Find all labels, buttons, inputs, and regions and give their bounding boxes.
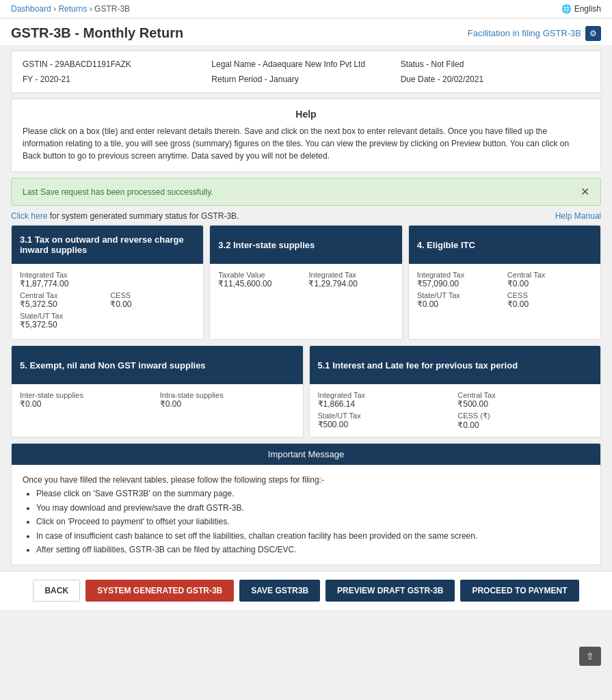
tile-5-1-body: Integrated Tax ₹1,866.14 Central Tax ₹50… (310, 384, 601, 437)
tile-3-1-central-value: ₹5,372.50 (20, 299, 105, 309)
tile-3-1-cess-label: CESS (110, 291, 195, 299)
step-1: Please click on 'Save GSTR3B' on the sum… (36, 487, 589, 500)
tile-5-intrastate-value: ₹0.00 (160, 399, 295, 409)
step-3: Click on 'Proceed to payment' to offset … (36, 515, 589, 528)
tile-5-1-state-value: ₹500.00 (318, 420, 453, 429)
important-message-box: Important Message Once you have filled t… (11, 443, 601, 565)
tile-3-2-header: 3.2 Inter-state supplies (210, 226, 401, 264)
tile-5-1-cess-value: ₹0.00 (457, 420, 592, 430)
step-5: After setting off liabilities, GSTR-3B c… (36, 543, 589, 556)
help-manual-link[interactable]: Help Manual (555, 211, 601, 221)
help-box: Help Please click on a box (tile) and en… (11, 98, 601, 172)
important-message-body: Once you have filled the relevant tables… (12, 465, 600, 565)
return-period-info: Return Period - January (211, 75, 400, 84)
tile-4-state-label: State/UT Tax (417, 291, 502, 299)
gstin-info-box: GSTIN - 29ABACD1191FAZK Legal Name - Ada… (11, 51, 601, 93)
tile-5-body: Inter-state supplies ₹0.00 Intra-state s… (12, 384, 303, 416)
tile-5-interstate-label: Inter-state supplies (20, 391, 155, 399)
tile-3-1-body: Integrated Tax ₹1,87,774.00 Central Tax … (12, 264, 203, 339)
system-generated-button[interactable]: SYSTEM GENERATED GSTR-3B (85, 580, 234, 602)
close-icon[interactable]: ✕ (581, 185, 589, 198)
tile-3-2-taxable-label: Taxable Value (218, 271, 303, 279)
tile-3-1-header: 3.1 Tax on outward and reverse charge in… (12, 226, 203, 264)
breadcrumb-dashboard[interactable]: Dashboard (11, 4, 51, 14)
success-message: Last Save request has been processed suc… (11, 178, 601, 206)
tile-3-1-state-value: ₹5,372.50 (20, 320, 195, 329)
tile-3-1-cess-value: ₹0.00 (110, 299, 195, 309)
tile-3-1-state-label: State/UT Tax (20, 312, 195, 320)
gear-icon: ⚙ (585, 26, 601, 41)
tile-4-cess-value: ₹0.00 (507, 299, 592, 309)
tile-5-1-integrated-label: Integrated Tax (318, 391, 453, 399)
tile-4-state-value: ₹0.00 (417, 299, 502, 309)
step-4: In case of insufficient cash balance to … (36, 529, 589, 543)
tiles-row-1: 3.1 Tax on outward and reverse charge in… (11, 225, 601, 340)
tile-5-intrastate-label: Intra-state supplies (160, 391, 295, 399)
tiles-container: 3.1 Tax on outward and reverse charge in… (11, 225, 601, 438)
tiles-row-2: 5. Exempt, nil and Non GST inward suppli… (11, 345, 601, 438)
click-here-bar: Click here for system generated summary … (11, 211, 601, 221)
tile-4-cess-label: CESS (507, 291, 592, 299)
tile-3-2-taxable-value: ₹11,45,600.00 (218, 279, 303, 288)
status-info: Status - Not Filed (401, 59, 589, 69)
tile-4-body: Integrated Tax ₹57,090.00 Central Tax ₹0… (409, 264, 600, 316)
tile-5-interstate-value: ₹0.00 (20, 399, 155, 409)
tile-3-2-body: Taxable Value ₹11,45,600.00 Integrated T… (210, 264, 401, 295)
footer-buttons: BACK SYSTEM GENERATED GSTR-3B SAVE GSTR3… (0, 571, 612, 610)
breadcrumb-current: GSTR-3B (94, 4, 130, 14)
proceed-to-payment-button[interactable]: PROCEED TO PAYMENT (460, 580, 578, 602)
tile-5[interactable]: 5. Exempt, nil and Non GST inward suppli… (11, 345, 304, 438)
tile-5-1-integrated-value: ₹1,866.14 (318, 399, 453, 409)
tile-4[interactable]: 4. Eligible ITC Integrated Tax ₹57,090.0… (408, 225, 601, 340)
legal-name-info: Legal Name - Adaequare New Info Pvt Ltd (211, 59, 400, 69)
tile-3-1-central-label: Central Tax (20, 291, 105, 299)
breadcrumb-returns[interactable]: Returns (58, 4, 87, 14)
tile-4-integrated-value: ₹57,090.00 (417, 279, 502, 288)
tile-4-integrated-label: Integrated Tax (417, 271, 502, 279)
tile-3-2-integrated-label: Integrated Tax (308, 271, 393, 279)
tile-3-2-integrated-value: ₹1,29,794.00 (308, 279, 393, 288)
save-gstr3b-button[interactable]: SAVE GSTR3B (239, 580, 320, 602)
important-message-header: Important Message (12, 444, 600, 465)
tile-4-central-value: ₹0.00 (507, 279, 592, 288)
preview-draft-button[interactable]: PREVIEW DRAFT GSTR-3B (325, 580, 455, 602)
page-header: GSTR-3B - Monthly Return Facilitation in… (0, 18, 612, 45)
tile-5-1-central-value: ₹500.00 (457, 399, 592, 409)
language-selector[interactable]: 🌐 English (561, 4, 601, 14)
step-2: You may download and preview/save the dr… (36, 501, 589, 515)
tile-5-header: 5. Exempt, nil and Non GST inward suppli… (12, 346, 303, 384)
important-message-intro: Once you have filled the relevant tables… (23, 475, 324, 485)
top-bar: Dashboard › Returns › GSTR-3B 🌐 English (0, 0, 612, 18)
facilitation-link[interactable]: Facilitation in filing GSTR-3B ⚙ (468, 26, 601, 41)
click-here-link[interactable]: Click here (11, 211, 47, 221)
help-text: Please click on a box (tile) and enter r… (23, 125, 589, 162)
gstin-info: GSTIN - 29ABACD1191FAZK (23, 59, 211, 69)
tile-5-1-state-label: State/UT Tax (318, 412, 453, 420)
back-button[interactable]: BACK (33, 580, 80, 602)
tile-5-1-central-label: Central Tax (457, 391, 592, 399)
click-here-text: for system generated summary status for … (50, 211, 239, 221)
fy-info: FY - 2020-21 (23, 75, 211, 84)
tile-3-2[interactable]: 3.2 Inter-state supplies Taxable Value ₹… (209, 225, 402, 340)
help-title: Help (23, 109, 589, 120)
tile-4-central-label: Central Tax (507, 271, 592, 279)
tile-5-1[interactable]: 5.1 Interest and Late fee for previous t… (309, 345, 602, 438)
tile-3-1-integrated-label: Integrated Tax (20, 271, 195, 279)
tile-3-1[interactable]: 3.1 Tax on outward and reverse charge in… (11, 225, 204, 340)
due-date-info: Due Date - 20/02/2021 (401, 75, 589, 84)
breadcrumb: Dashboard › Returns › GSTR-3B (11, 4, 130, 14)
success-text: Last Save request has been processed suc… (23, 187, 213, 197)
important-message-steps: Please click on 'Save GSTR3B' on the sum… (23, 487, 589, 556)
tile-4-header: 4. Eligible ITC (409, 226, 600, 264)
tile-5-1-cess-label: CESS (₹) (457, 412, 592, 420)
page-title: GSTR-3B - Monthly Return (11, 25, 183, 41)
tile-5-1-header: 5.1 Interest and Late fee for previous t… (310, 346, 601, 384)
tile-3-1-integrated-value: ₹1,87,774.00 (20, 279, 195, 288)
